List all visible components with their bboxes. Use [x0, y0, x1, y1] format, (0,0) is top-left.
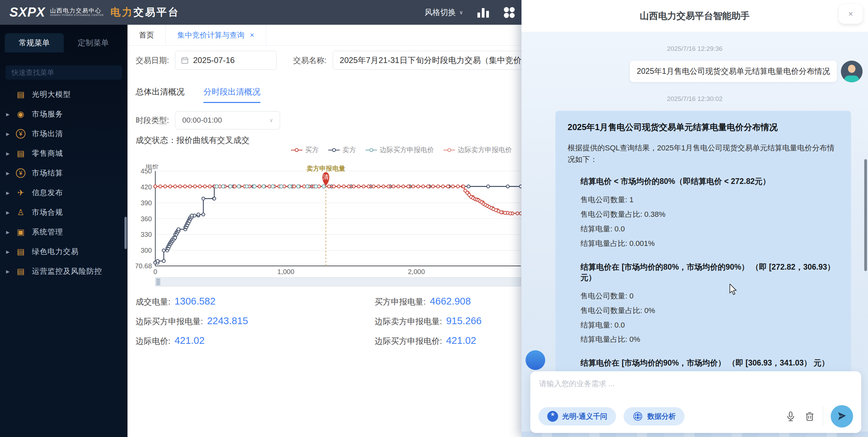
- apps-grid-icon[interactable]: [503, 6, 515, 19]
- paper-plane-icon: [837, 411, 847, 421]
- period-type-value: 00:00-01:00: [182, 116, 269, 125]
- trade-date-value: 2025-07-16: [193, 56, 235, 65]
- clearing-chart-svg[interactable]: 450420390360330300270.6801,0002,000电价卖方申…: [136, 164, 522, 288]
- sidebar-item[interactable]: ▶▤绿色电力交易: [0, 242, 127, 262]
- send-button[interactable]: [831, 405, 853, 428]
- microphone-icon[interactable]: [785, 411, 796, 422]
- response-intro: 根据提供的SQL查询结果，2025年1月售电公司现货交易单元结算电量电价分布情况…: [568, 142, 839, 165]
- menu-item-icon: ¥: [16, 129, 25, 139]
- sidebar-tab-regular-menu[interactable]: 常规菜单: [5, 33, 64, 53]
- menu-item-icon: ▤: [15, 90, 26, 99]
- legend-item[interactable]: 买方: [291, 145, 319, 154]
- tab-centralized-bidding[interactable]: 集中竞价计算与查询 ×: [166, 25, 266, 45]
- expand-arrow-icon[interactable]: ▶: [6, 131, 15, 137]
- sidebar-item[interactable]: ▶▣系统管理: [0, 222, 127, 242]
- org-name-en: SHANXI POWER EXCHANGE CENTER: [50, 14, 103, 17]
- sidebar-item[interactable]: ▶✈信息发布: [0, 183, 127, 203]
- stat-label: 边际买方申报电价:: [375, 336, 442, 347]
- data-analysis-pill-button[interactable]: 数据分析: [624, 407, 685, 425]
- menu-item-label: 市场服务: [32, 109, 63, 119]
- stat-label: 成交电量:: [136, 296, 171, 307]
- org-name-cn: 山西电力交易中心: [50, 8, 103, 14]
- model-icon: *: [547, 411, 558, 422]
- model-pill-button[interactable]: * 光明-通义千问: [538, 407, 616, 425]
- sidebar-item[interactable]: ▤光明大模型: [0, 85, 127, 104]
- globe-icon: [632, 411, 643, 422]
- menu-search-placeholder: 快速查找菜单: [12, 68, 54, 77]
- legend-marker-icon: [291, 150, 302, 150]
- chat-scrollbar[interactable]: [864, 159, 867, 271]
- expand-arrow-icon[interactable]: ▶: [6, 210, 15, 215]
- menu-item-label: 光明大模型: [32, 89, 71, 100]
- svg-text:270.68: 270.68: [136, 262, 152, 270]
- stat-value: 915.266: [446, 315, 482, 327]
- chat-input-panel[interactable]: 请输入您的业务需求 ... * 光明-通义千问 数据分析: [530, 371, 861, 433]
- menu-item-icon: ✈: [15, 188, 26, 197]
- menu-item-label: 市场出清: [32, 129, 63, 139]
- sidebar-item[interactable]: ▶▤零售商城: [0, 144, 127, 163]
- subtab-overall-clearing[interactable]: 总体出清概况: [136, 86, 184, 103]
- stat-value: 2243.815: [207, 315, 248, 327]
- sidebar-item[interactable]: ▶▤运营监控及风险防控: [0, 262, 127, 281]
- tab-home[interactable]: 首页: [127, 25, 166, 45]
- svg-text:0: 0: [153, 268, 157, 275]
- menu-item-icon: ▤: [15, 267, 26, 276]
- stat-value: 421.02: [446, 335, 476, 346]
- expand-arrow-icon[interactable]: ▶: [6, 269, 15, 274]
- legend-marker-icon: [443, 150, 455, 150]
- menu-item-label: 绿色电力交易: [32, 247, 79, 257]
- tab-close-icon[interactable]: ×: [250, 31, 254, 40]
- expand-arrow-icon[interactable]: ▶: [6, 190, 15, 195]
- svg-text:420: 420: [141, 183, 152, 191]
- bar-chart-icon[interactable]: [477, 7, 489, 18]
- sidebar-item[interactable]: ▶¥市场出清: [0, 124, 127, 144]
- menu-item-icon: ▣: [15, 227, 26, 237]
- legend-label: 买方: [305, 145, 319, 154]
- svg-text:360: 360: [141, 215, 152, 223]
- sidebar-item[interactable]: ▶◉市场服务: [0, 104, 127, 124]
- menu-item-label: 市场合规: [32, 207, 63, 217]
- product-title: 电力交易平台: [111, 5, 180, 19]
- expand-arrow-icon[interactable]: ▶: [6, 171, 15, 176]
- logo: SXPX 山西电力交易中心 SHANXI POWER EXCHANGE CENT…: [9, 5, 180, 20]
- legend-item[interactable]: 边际卖方申报电价: [443, 145, 512, 154]
- sidebar-menu: ▤光明大模型▶◉市场服务▶¥市场出清▶▤零售商城▶¥市场结算▶✈信息发布▶♙市场…: [0, 85, 127, 281]
- period-type-label: 时段类型:: [136, 115, 169, 126]
- sidebar-tab-custom-menu[interactable]: 定制菜单: [64, 33, 123, 53]
- expand-arrow-icon[interactable]: ▶: [6, 230, 15, 235]
- expand-arrow-icon[interactable]: ▶: [6, 151, 15, 156]
- expand-arrow-icon[interactable]: ▶: [6, 249, 15, 254]
- style-switch-dropdown[interactable]: 风格切换 ∨: [425, 7, 463, 18]
- sidebar-scrollbar[interactable]: [124, 217, 127, 249]
- trade-date-input[interactable]: 2025-07-16: [175, 51, 277, 70]
- section-lines: 售电公司数量: 0售电公司数量占比: 0%结算电量: 0.0结算电量占比: 0%: [568, 289, 839, 347]
- calendar-icon: [181, 56, 189, 64]
- menu-search-input[interactable]: 快速查找菜单: [5, 65, 122, 80]
- trash-icon[interactable]: [804, 411, 815, 422]
- legend-label: 边际买方申报电价: [380, 145, 434, 154]
- svg-text:2,000: 2,000: [408, 268, 425, 275]
- ai-assistant-panel: 2025/7/16 12:29:36 2025年1月售电公司现货交易单元结算电量…: [521, 0, 868, 437]
- stat-value: 4662.908: [430, 296, 471, 307]
- period-type-select[interactable]: 00:00-01:00 ∨: [175, 111, 280, 129]
- subtab-period-clearing[interactable]: 分时段出清概况: [203, 86, 260, 103]
- svg-text:390: 390: [141, 199, 152, 207]
- trade-name-label: 交易名称:: [293, 55, 326, 66]
- sidebar-item[interactable]: ▶¥市场结算: [0, 163, 127, 183]
- trade-name-value: 2025年7月21-31日下旬分时段电力交易（集中竞价）: [340, 55, 530, 66]
- message-timestamp: 2025/7/16 12:30:02: [521, 95, 868, 103]
- assistant-header: 山西电力交易平台智能助手: [521, 0, 868, 32]
- section-heading: 结算电价在 [市场均价的90%，市场均价） （即 [306.93，341.03）…: [568, 358, 839, 368]
- expand-arrow-icon[interactable]: ▶: [6, 112, 15, 117]
- legend-item[interactable]: 边际买方申报电价: [366, 145, 434, 154]
- close-assistant-button[interactable]: ×: [839, 4, 863, 24]
- user-message-bubble: 2025年1月售电公司现货交易单元结算电量电价分布情况: [630, 61, 837, 82]
- sidebar-item[interactable]: ▶♙市场合规: [0, 203, 127, 222]
- legend-marker-icon: [366, 150, 377, 150]
- menu-item-icon: ¥: [16, 168, 25, 178]
- legend-item[interactable]: 卖方: [328, 145, 356, 154]
- menu-item-label: 市场结算: [32, 168, 63, 178]
- section-heading: 结算电价 < 市场均价的80%（即结算电价 < 272.82元）: [568, 176, 839, 187]
- svg-text:出清点: 出清点: [317, 174, 335, 180]
- clearing-chart: 450420390360330300270.6801,0002,000电价卖方申…: [136, 164, 522, 290]
